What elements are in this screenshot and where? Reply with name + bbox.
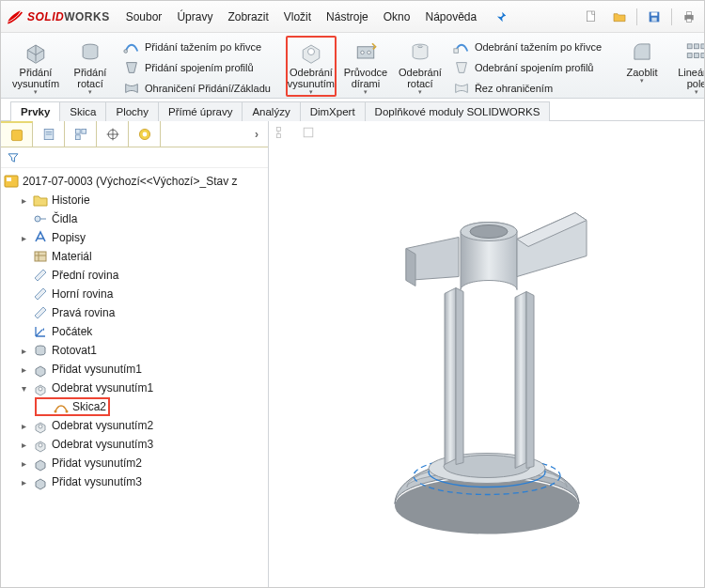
- menu-vlozit[interactable]: Vložit: [277, 7, 318, 27]
- tab-prvky[interactable]: Prvky: [10, 101, 60, 121]
- expand-icon[interactable]: ▸: [18, 477, 29, 487]
- fm-tab-dimxpert[interactable]: [97, 121, 129, 147]
- tab-analyzy[interactable]: Analýzy: [242, 101, 300, 121]
- fillet-button[interactable]: Zaoblit▾: [617, 36, 667, 84]
- boundary-boss-button[interactable]: Ohraničení Přidání/Základu: [119, 79, 274, 98]
- tree-item[interactable]: ▸Přidat vysunutím1: [3, 360, 268, 379]
- fm-tab-config[interactable]: [65, 121, 97, 147]
- svg-point-8: [124, 50, 128, 54]
- view-orientation-icon[interactable]: [301, 125, 316, 140]
- revolve-boss-button[interactable]: Přidání rotací▾: [65, 36, 116, 95]
- tab-skica[interactable]: Skica: [59, 101, 106, 121]
- expand-icon[interactable]: ▸: [18, 364, 29, 375]
- tab-prime-upravy[interactable]: Přímé úpravy: [158, 101, 243, 121]
- feature-icon: [32, 437, 49, 452]
- expand-icon[interactable]: ▸: [18, 440, 29, 450]
- svg-point-41: [39, 387, 42, 391]
- linear-pattern-button[interactable]: Lineární pole▾: [671, 36, 705, 95]
- tree-item[interactable]: Skica2: [3, 397, 268, 416]
- menu-zobrazit[interactable]: Zobrazit: [221, 7, 274, 27]
- open-doc-button[interactable]: [608, 7, 631, 27]
- revolve-cut-button[interactable]: Odebrání rotací▾: [395, 36, 446, 95]
- expand-icon[interactable]: ▸: [18, 195, 29, 206]
- svg-rect-10: [357, 47, 374, 58]
- tree-item[interactable]: ▸Popisy: [3, 228, 268, 247]
- tree-item[interactable]: ▸Přidat vysunutím2: [3, 454, 268, 472]
- boundary-cut-button[interactable]: Řez ohraničením: [449, 79, 605, 98]
- ribbon: Přidání vysunutím▾ Přidání rotací▾ Přidá…: [1, 33, 704, 99]
- extrude-boss-button[interactable]: Přidání vysunutím▾: [10, 36, 61, 95]
- tree-root[interactable]: 2017-07-0003 (Výchozí<<Výchozí>_Stav z: [3, 172, 268, 191]
- svg-rect-16: [687, 44, 692, 49]
- sweep-boss-button[interactable]: Přidání tažením po křivce: [119, 38, 274, 56]
- tree-item[interactable]: Pravá rovina: [3, 303, 268, 322]
- menu-napoveda[interactable]: Nápověda: [418, 7, 483, 27]
- tree-item[interactable]: Horní rovina: [3, 285, 268, 303]
- svg-point-42: [55, 410, 57, 413]
- feature-icon: [32, 418, 49, 433]
- svg-rect-37: [35, 252, 46, 261]
- tree-item[interactable]: ▾Odebrat vysunutím1: [3, 379, 268, 397]
- feature-icon: [32, 456, 49, 471]
- tree-item-label: Odebrat vysunutím3: [52, 438, 153, 451]
- tree-item[interactable]: Čidla: [3, 209, 268, 228]
- loft-boss-button[interactable]: Přidání spojením profilů: [119, 58, 274, 77]
- feature-icon: [32, 230, 49, 245]
- tree-item[interactable]: ▸Historie: [3, 191, 268, 209]
- feature-icon: [32, 249, 49, 264]
- fm-tab-display[interactable]: [129, 121, 161, 147]
- expand-icon[interactable]: ▸: [18, 458, 29, 469]
- svg-point-50: [395, 478, 579, 534]
- save-button[interactable]: [643, 7, 666, 27]
- svg-rect-17: [695, 44, 699, 49]
- svg-rect-27: [81, 129, 86, 133]
- tree-item-label: Horní rovina: [52, 287, 113, 301]
- menu-upravy[interactable]: Úpravy: [170, 7, 219, 27]
- tree-item-label: Čidla: [52, 212, 77, 225]
- tree-item-label: Odebrat vysunutím1: [52, 381, 153, 395]
- fm-tab-row: ›: [1, 121, 268, 147]
- print-button[interactable]: [678, 7, 700, 27]
- expand-icon[interactable]: ▸: [18, 233, 29, 243]
- menu-nastroje[interactable]: Nástroje: [320, 7, 375, 27]
- tab-addins[interactable]: Doplňkové moduly SOLIDWORKS: [365, 101, 551, 121]
- menubar: Soubor Úpravy Zobrazit Vložit Nástroje O…: [119, 7, 484, 27]
- expand-tree-icon[interactable]: [274, 125, 290, 140]
- expand-icon[interactable]: ▸: [18, 421, 29, 431]
- graphics-view[interactable]: [269, 121, 704, 588]
- tree-item-label: Pravá rovina: [52, 306, 115, 319]
- tree-item[interactable]: Počátek: [3, 322, 268, 341]
- svg-point-44: [39, 425, 42, 428]
- new-doc-button[interactable]: [580, 7, 603, 27]
- hole-wizard-button[interactable]: Průvodce dírami▾: [340, 36, 391, 95]
- expand-icon[interactable]: ▾: [18, 383, 29, 394]
- fm-filter[interactable]: [1, 147, 268, 168]
- tree-item[interactable]: ▸Rotovat1: [3, 341, 268, 360]
- extrude-cut-button[interactable]: Odebrání vysunutím▾: [286, 36, 337, 97]
- expand-icon[interactable]: ▸: [18, 346, 29, 356]
- svg-rect-35: [7, 178, 11, 181]
- menu-okno[interactable]: Okno: [377, 7, 417, 27]
- tree-item-label: Skica2: [72, 400, 106, 413]
- sweep-cut-button[interactable]: Odebrání tažením po křivce: [449, 38, 605, 56]
- fm-tab-tree[interactable]: [1, 121, 33, 147]
- tree-item[interactable]: ▸Odebrat vysunutím3: [3, 435, 268, 454]
- feature-icon: [32, 362, 49, 377]
- tab-dimxpert[interactable]: DimXpert: [300, 101, 366, 121]
- menu-soubor[interactable]: Soubor: [119, 7, 169, 27]
- funnel-icon: [7, 151, 20, 164]
- svg-point-36: [35, 216, 40, 222]
- pin-icon[interactable]: [494, 10, 508, 23]
- fm-tab-property[interactable]: [33, 121, 65, 147]
- tree-item-label: Popisy: [52, 231, 86, 244]
- tree-item[interactable]: Přední rovina: [3, 266, 268, 285]
- tab-plochy[interactable]: Plochy: [105, 101, 159, 121]
- tree-item[interactable]: Materiál: [3, 247, 268, 266]
- svg-point-14: [417, 46, 422, 48]
- tree-item[interactable]: ▸Přidat vysunutím3: [3, 472, 268, 491]
- svg-rect-19: [687, 54, 692, 58]
- app-logo: SOLIDWORKS: [5, 8, 110, 26]
- fm-tab-more[interactable]: ›: [245, 128, 268, 141]
- tree-item[interactable]: ▸Odebrat vysunutím2: [3, 416, 268, 435]
- loft-cut-button[interactable]: Odebrání spojením profilů: [449, 58, 605, 77]
